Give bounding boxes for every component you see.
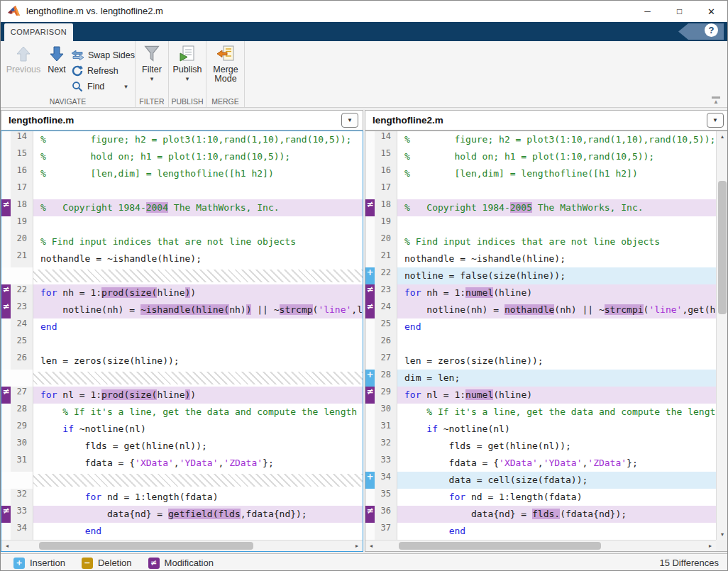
placeholder-row[interactable] <box>1 472 363 489</box>
left-code-pane: 14% figure; h2 = plot3(1:10,rand(1,10),r… <box>1 131 363 552</box>
code-row-34[interactable]: +34 data = cell(size(fdata)); <box>365 472 716 489</box>
left-hscroll-thumb[interactable] <box>39 542 253 550</box>
line-number: 20 <box>375 233 397 250</box>
code-row-16[interactable]: 16% [len,dim] = lengthofline([h1 h2]) <box>365 165 716 182</box>
marker-spacer <box>365 421 375 438</box>
marker-spacer <box>1 472 11 489</box>
publish-dropdown-caret: ▾ <box>186 76 189 82</box>
code-row-14[interactable]: 14% figure; h2 = plot3(1:10,rand(1,10),r… <box>365 131 716 148</box>
code-text: data{nd} = getfield(flds,fdata{nd}); <box>33 506 363 523</box>
code-row-32[interactable]: 32 flds = get(hline(nl)); <box>365 438 716 455</box>
modification-marker: ≠ <box>365 199 375 216</box>
line-number: 30 <box>11 438 33 455</box>
code-row-27[interactable]: ≠27for nl = 1:prod(size(hline)) <box>1 387 363 404</box>
code-row-25[interactable]: 25end <box>365 318 716 336</box>
swap-sides-button[interactable]: Swap Sides <box>72 48 135 63</box>
right-vertical-scrollbar[interactable]: ▴ ▾ <box>716 131 728 540</box>
code-row-26[interactable]: 26len = zeros(size(hline)); <box>1 353 363 370</box>
publish-button[interactable]: Publish ▾ <box>171 45 204 82</box>
filter-funnel-icon <box>143 45 160 63</box>
modification-label: Modification <box>165 558 214 568</box>
scroll-left-icon[interactable]: ◂ <box>1 540 13 551</box>
code-row-37[interactable]: 37 end <box>365 523 716 540</box>
code-row-17[interactable]: 17 <box>1 182 363 199</box>
code-text: fdata = {'XData','YData','ZData'}; <box>397 455 716 472</box>
code-row-19[interactable]: 19 <box>365 216 716 233</box>
code-row-27[interactable]: 27len = zeros(size(hline)); <box>365 353 716 370</box>
code-row-30[interactable]: 30 flds = get(hline(nl)); <box>1 438 363 455</box>
line-number: 26 <box>375 336 397 353</box>
marker-spacer <box>1 489 11 506</box>
code-row-23[interactable]: ≠23 notline(nh) = ~ishandle(hline(nh)) |… <box>1 301 363 318</box>
placeholder-row[interactable] <box>1 267 363 284</box>
left-horizontal-scrollbar[interactable]: ◂ ▸ <box>1 540 363 551</box>
code-row-30[interactable]: 30 % If it's a line, get the data and co… <box>365 404 716 421</box>
filter-button[interactable]: Filter ▾ <box>138 45 166 82</box>
code-row-29[interactable]: ≠29for nl = 1:numel(hline) <box>365 387 716 404</box>
code-row-24[interactable]: 24end <box>1 318 363 336</box>
code-row-22[interactable]: +22notline = false(size(hline)); <box>365 267 716 284</box>
code-row-21[interactable]: 21nothandle = ~ishandle(hline); <box>365 250 716 267</box>
code-row-17[interactable]: 17 <box>365 182 716 199</box>
right-vscroll-thumb[interactable] <box>718 181 727 314</box>
right-horizontal-scrollbar[interactable]: ◂ ▸ <box>365 540 716 551</box>
code-row-21[interactable]: 21nothandle = ~ishandle(hline); <box>1 250 363 267</box>
next-button[interactable]: Next <box>43 45 70 74</box>
code-row-15[interactable]: 15% hold on; h1 = plot(1:10,rand(10,5)); <box>365 148 716 165</box>
modification-marker: ≠ <box>1 301 11 318</box>
scroll-right-icon[interactable]: ▸ <box>705 540 716 551</box>
code-row-15[interactable]: 15% hold on; h1 = plot(1:10,rand(10,5)); <box>1 148 363 165</box>
merge-mode-button[interactable]: Merge Mode <box>209 45 242 84</box>
find-button[interactable]: Find ▾ <box>72 79 135 94</box>
code-row-18[interactable]: ≠18% Copyright 1984-2004 The MathWorks, … <box>1 199 363 216</box>
refresh-button[interactable]: Refresh <box>72 63 135 79</box>
modification-marker: ≠ <box>365 284 375 301</box>
title-bar[interactable]: lengthofline.m vs. lengthofline2.m ─ □ ✕ <box>1 1 727 22</box>
code-row-22[interactable]: ≠22for nh = 1:prod(size(hline)) <box>1 284 363 301</box>
right-pane-dropdown-button[interactable]: ▼ <box>707 113 724 128</box>
code-row-18[interactable]: ≠18% Copyright 1984-2005 The MathWorks, … <box>365 199 716 216</box>
maximize-button[interactable]: □ <box>663 1 695 22</box>
code-row-20[interactable]: 20% Find input indices that are not line… <box>365 233 716 250</box>
scroll-down-icon[interactable]: ▾ <box>717 529 728 540</box>
code-row-28[interactable]: 28 % If it's a line, get the data and co… <box>1 404 363 421</box>
code-row-26[interactable]: 26 <box>365 336 716 353</box>
left-pane-dropdown-button[interactable]: ▼ <box>341 113 358 128</box>
code-row-23[interactable]: ≠23for nh = 1:numel(hline) <box>365 284 716 301</box>
line-number: 25 <box>375 318 397 336</box>
code-row-20[interactable]: 20% Find input indices that are not line… <box>1 233 363 250</box>
code-row-31[interactable]: 31 fdata = {'XData','YData','ZData'}; <box>1 455 363 472</box>
scroll-right-icon[interactable]: ▸ <box>351 540 363 551</box>
code-row-25[interactable]: 25 <box>1 336 363 353</box>
code-row-14[interactable]: 14% figure; h2 = plot3(1:10,rand(1,10),r… <box>1 131 363 148</box>
collapse-ribbon-button[interactable]: ▲ <box>709 96 723 104</box>
tab-comparison[interactable]: COMPARISON <box>4 23 73 41</box>
previous-button[interactable]: Previous <box>5 45 42 74</box>
scroll-up-icon[interactable]: ▴ <box>717 131 728 142</box>
code-row-35[interactable]: 35 for nd = 1:length(fdata) <box>365 489 716 506</box>
code-row-19[interactable]: 19 <box>1 216 363 233</box>
close-button[interactable]: ✕ <box>695 1 727 22</box>
help-button[interactable]: ? <box>705 23 718 37</box>
minimize-button[interactable]: ─ <box>632 1 663 22</box>
code-row-34[interactable]: 34 end <box>1 523 363 540</box>
marker-spacer <box>365 438 375 455</box>
code-row-36[interactable]: ≠36 data{nd} = flds.(fdata{nd}); <box>365 506 716 523</box>
code-row-31[interactable]: 31 if ~notline(nl) <box>365 421 716 438</box>
code-row-33[interactable]: ≠33 data{nd} = getfield(flds,fdata{nd}); <box>1 506 363 523</box>
code-row-33[interactable]: 33 fdata = {'XData','YData','ZData'}; <box>365 455 716 472</box>
line-number: 33 <box>375 455 397 472</box>
scroll-left-icon[interactable]: ◂ <box>365 540 377 551</box>
code-text <box>397 216 716 233</box>
code-row-29[interactable]: 29 if ~notline(nl) <box>1 421 363 438</box>
find-dropdown-caret[interactable]: ▾ <box>124 84 128 89</box>
refresh-icon <box>72 65 83 77</box>
code-row-24[interactable]: ≠24 notline(nh) = nothandle(nh) || ~strc… <box>365 301 716 318</box>
line-number: 31 <box>11 455 33 472</box>
code-row-16[interactable]: 16% [len,dim] = lengthofline([h1 h2]) <box>1 165 363 182</box>
code-row-32[interactable]: 32 for nd = 1:length(fdata) <box>1 489 363 506</box>
placeholder-row[interactable] <box>1 370 363 387</box>
right-hscroll-thumb[interactable] <box>399 542 601 550</box>
line-number: 32 <box>11 489 33 506</box>
code-row-28[interactable]: +28dim = len; <box>365 370 716 387</box>
